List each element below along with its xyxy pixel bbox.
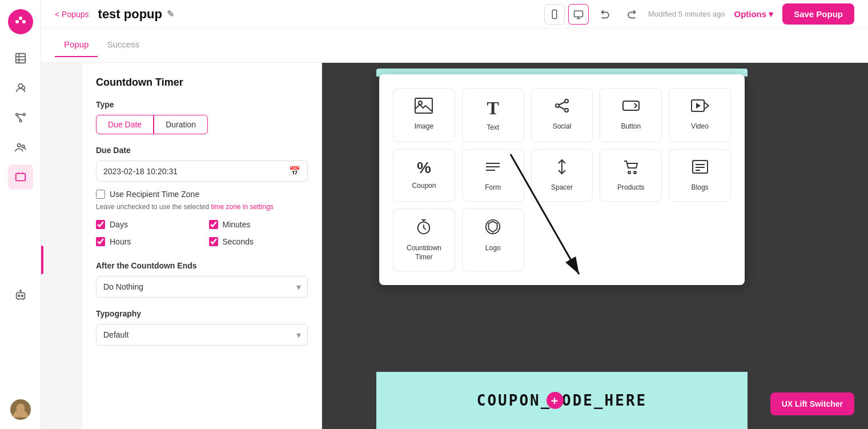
- typography-select-wrapper: Default Custom: [96, 324, 308, 346]
- widget-text[interactable]: T Text: [462, 88, 524, 142]
- active-nav-bar: [41, 246, 43, 274]
- panel-title: Countdown Timer: [96, 77, 308, 89]
- widget-blogs[interactable]: Blogs: [669, 149, 731, 202]
- video-widget-label: Video: [691, 122, 708, 131]
- svg-line-34: [559, 107, 565, 110]
- logo-widget-icon: [484, 218, 502, 239]
- tab-success[interactable]: Success: [98, 33, 148, 57]
- header-tabs: Popup Success: [41, 29, 868, 57]
- popup-preview-bottom: COUPON_CODE_HERE +: [376, 372, 748, 429]
- svg-point-17: [18, 295, 19, 296]
- svg-point-9: [23, 114, 25, 116]
- widget-products[interactable]: Products: [600, 149, 662, 202]
- header-actions: Modified 5 minutes ago Options ▾ Save Po…: [544, 3, 854, 25]
- seconds-label: Seconds: [223, 237, 254, 246]
- svg-point-14: [22, 145, 25, 148]
- widget-coupon[interactable]: % Coupon: [393, 149, 455, 202]
- svg-marker-38: [696, 103, 701, 109]
- tab-popup[interactable]: Popup: [55, 33, 98, 57]
- after-countdown-select-wrapper: Do Nothing Hide Popup Redirect: [96, 276, 308, 298]
- text-widget-label: Text: [487, 123, 499, 133]
- due-date-input[interactable]: [103, 167, 289, 176]
- main-content: Countdown Timer Type Due Date Duration D…: [82, 63, 868, 429]
- countdown-timer-widget-icon: [415, 218, 433, 239]
- empty-cell-1: [531, 209, 593, 271]
- svg-point-2: [22, 20, 26, 23]
- svg-line-33: [559, 102, 565, 105]
- widget-form[interactable]: Form: [462, 149, 524, 202]
- widget-countdown-timer[interactable]: Countdown Timer: [393, 209, 455, 271]
- duration-button[interactable]: Duration: [154, 115, 208, 134]
- products-widget-icon: [622, 159, 640, 179]
- widget-spacer[interactable]: Spacer: [531, 149, 593, 202]
- edit-title-icon[interactable]: ✎: [167, 9, 174, 19]
- svg-point-13: [17, 144, 21, 147]
- minutes-checkbox[interactable]: [209, 220, 218, 229]
- add-element-button[interactable]: +: [546, 392, 564, 409]
- save-popup-button[interactable]: Save Popup: [782, 3, 854, 25]
- app-logo[interactable]: [8, 9, 33, 34]
- sidebar-item-bot[interactable]: [8, 282, 33, 307]
- days-checkbox[interactable]: [96, 220, 105, 229]
- after-countdown-select[interactable]: Do Nothing Hide Popup Redirect: [96, 276, 308, 298]
- undo-button[interactable]: [598, 5, 614, 23]
- left-panel: Countdown Timer Type Due Date Duration D…: [82, 63, 322, 429]
- products-widget-label: Products: [617, 183, 644, 193]
- sidebar-item-flows[interactable]: [8, 105, 33, 130]
- blogs-widget-icon: [691, 159, 709, 179]
- spacer-widget-icon: [553, 159, 571, 179]
- svg-point-32: [565, 109, 568, 112]
- widget-logo[interactable]: Logo: [462, 209, 524, 271]
- svg-rect-16: [16, 292, 25, 299]
- seconds-checkbox[interactable]: [209, 237, 218, 246]
- typography-label: Typography: [96, 309, 308, 318]
- after-countdown-label: After the Countdown Ends: [96, 261, 308, 270]
- page-title: test popup ✎: [98, 7, 174, 22]
- button-widget-label: Button: [621, 122, 641, 131]
- image-widget-label: Image: [415, 122, 433, 131]
- widget-social[interactable]: Social: [531, 88, 593, 142]
- empty-cell-3: [669, 209, 731, 271]
- calendar-icon[interactable]: 📅: [289, 166, 300, 177]
- desktop-view-button[interactable]: [568, 4, 589, 25]
- svg-line-12: [17, 115, 20, 119]
- header-top: < Popups test popup ✎ Modified 5 minutes…: [41, 0, 868, 29]
- social-widget-icon: [553, 98, 571, 118]
- typography-select[interactable]: Default Custom: [96, 324, 308, 346]
- svg-point-19: [20, 290, 21, 291]
- svg-point-1: [19, 17, 22, 20]
- image-widget-icon: [415, 98, 433, 118]
- sidebar-item-contacts[interactable]: [8, 75, 33, 101]
- countdown-timer-widget-label: Countdown Timer: [398, 244, 450, 262]
- timezone-checkbox[interactable]: [96, 190, 105, 199]
- timezone-hint: Leave unchecked to use the selected time…: [96, 202, 308, 212]
- user-avatar[interactable]: [10, 399, 31, 420]
- svg-point-43: [628, 171, 630, 174]
- minutes-label: Minutes: [223, 220, 251, 229]
- redo-button[interactable]: [623, 5, 639, 23]
- type-label: Type: [96, 100, 308, 109]
- spacer-widget-label: Spacer: [551, 183, 573, 193]
- widget-image[interactable]: Image: [393, 88, 455, 142]
- ux-lift-switcher-button[interactable]: UX Lift Switcher: [770, 392, 854, 415]
- blogs-widget-label: Blogs: [692, 183, 709, 193]
- widget-video[interactable]: Video: [669, 88, 731, 142]
- due-date-button[interactable]: Due Date: [96, 115, 154, 134]
- timezone-link[interactable]: time zone in settings: [211, 203, 273, 211]
- widget-button[interactable]: Button: [600, 88, 662, 142]
- options-button[interactable]: Options ▾: [734, 9, 773, 19]
- mobile-view-button[interactable]: [544, 4, 565, 25]
- widget-panel: Image T Text Social Button: [379, 74, 745, 285]
- due-date-input-row: 📅: [96, 161, 308, 182]
- button-widget-icon: [622, 98, 640, 118]
- canvas-area: Image T Text Social Button: [322, 63, 868, 429]
- hours-checkbox[interactable]: [96, 237, 105, 246]
- back-link[interactable]: < Popups: [55, 10, 89, 19]
- seconds-checkbox-row: Seconds: [209, 237, 308, 246]
- sidebar-item-popups[interactable]: [8, 165, 33, 190]
- left-sidebar: [0, 0, 41, 429]
- svg-rect-28: [415, 98, 432, 113]
- days-checkbox-row: Days: [96, 220, 195, 229]
- sidebar-item-teams[interactable]: [8, 135, 33, 160]
- sidebar-item-analytics[interactable]: [8, 46, 33, 71]
